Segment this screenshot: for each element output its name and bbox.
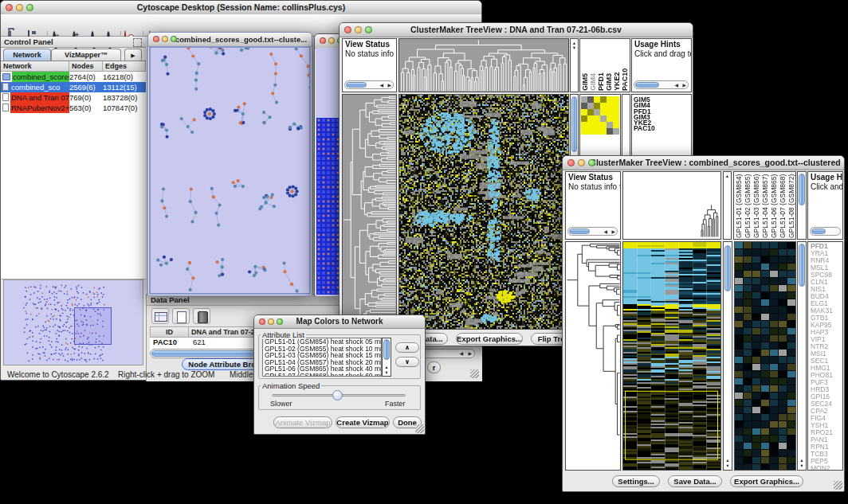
- scroll-up-icon[interactable]: ▲: [724, 458, 732, 463]
- scroll-right-icon[interactable]: ▶: [682, 81, 686, 89]
- scroll-down-icon[interactable]: ▼: [383, 370, 391, 375]
- scroll-right-icon[interactable]: ▶: [611, 228, 615, 236]
- column-dendrogram-panel[interactable]: [398, 38, 569, 92]
- birds-eye-view[interactable]: [3, 279, 143, 365]
- zoom-window-icon[interactable]: [588, 159, 595, 166]
- zoom-window-icon[interactable]: [365, 26, 372, 33]
- zoom-heatmap-canvas[interactable]: [735, 242, 795, 470]
- column-dendrogram-panel[interactable]: [622, 171, 721, 240]
- scroll-down-icon[interactable]: ▼: [571, 45, 578, 50]
- main-titlebar[interactable]: Cytoscape Desktop (Session Name: collins…: [1, 1, 481, 15]
- row-dendrogram-canvas[interactable]: [343, 95, 396, 329]
- close-icon[interactable]: [567, 159, 575, 166]
- zoom-window-icon[interactable]: [171, 36, 177, 42]
- float-panel-icon[interactable]: [133, 38, 142, 47]
- hidden-button-fragment[interactable]: r: [427, 361, 441, 373]
- treeview1-titlebar[interactable]: ClusterMaker TreeView : DNA and Tran 07-…: [340, 23, 693, 37]
- tab-vizmapper[interactable]: VizMapper™: [51, 49, 121, 61]
- network-table-header[interactable]: Network Nodes Edges: [1, 61, 146, 72]
- scroll-down-icon[interactable]: ▼: [724, 463, 732, 468]
- global-vscrollbar[interactable]: ▲ ▼: [723, 241, 732, 471]
- column-labels-vsc rollbar[interactable]: [797, 171, 807, 240]
- minimize-icon[interactable]: [355, 26, 362, 33]
- resize-grip[interactable]: [415, 424, 424, 433]
- scroll-down-icon[interactable]: ▼: [798, 463, 806, 468]
- id-column-header[interactable]: ID: [151, 327, 189, 337]
- network-row[interactable]: combined_sco 2569(6) 13112(15): [1, 82, 146, 92]
- create-vizmap-button[interactable]: Create Vizmap: [336, 416, 390, 428]
- delete-attribute-icon[interactable]: [193, 308, 210, 324]
- zoom-vscrollbar[interactable]: ▲ ▼: [797, 241, 807, 471]
- birds-eye-canvas[interactable]: [4, 280, 143, 365]
- slider-thumb[interactable]: [332, 390, 343, 400]
- save-data-button[interactable]: Save Data...: [668, 475, 722, 487]
- scroll-up-icon[interactable]: ▲: [724, 174, 731, 178]
- resize-grip[interactable]: [834, 481, 842, 490]
- attribute-select-icon[interactable]: [151, 308, 169, 324]
- scroll-right-icon[interactable]: ▶: [387, 81, 391, 89]
- column-scroll-strip[interactable]: ▲ ▼: [570, 38, 579, 92]
- heatmap-canvas[interactable]: [399, 95, 568, 329]
- scroll-left-icon[interactable]: ◀: [603, 228, 607, 236]
- tab-network[interactable]: Network: [3, 49, 51, 61]
- new-attribute-icon[interactable]: [172, 308, 190, 324]
- control-panel-header: Control Panel: [1, 37, 146, 48]
- usage-hints-scrollbar[interactable]: [810, 227, 841, 236]
- network-icon: [2, 73, 10, 80]
- minimize-icon[interactable]: [162, 36, 168, 42]
- heatmap-panel[interactable]: [398, 94, 569, 330]
- zoom-window-icon[interactable]: [26, 4, 33, 11]
- zoom-window-icon[interactable]: [277, 318, 283, 325]
- move-down-button[interactable]: ∨: [395, 357, 419, 367]
- close-icon[interactable]: [153, 36, 159, 42]
- network-view-2-titlebar[interactable]: [315, 34, 342, 49]
- scroll-left-icon[interactable]: ◀: [459, 350, 463, 357]
- column-dendrogram-canvas[interactable]: [623, 172, 720, 239]
- network-row[interactable]: RNAPuberNov2+[ 563(0) 107847(0): [1, 103, 146, 113]
- attribute-list-item[interactable]: GPL51-07 (GSM868) heat shock 60 min: [263, 373, 381, 377]
- close-icon[interactable]: [320, 37, 326, 44]
- export-graphics-button[interactable]: Export Graphics...: [456, 333, 523, 345]
- column-labels-panel[interactable]: GIM5GIM4PFD1GIM3YKE2PAC10: [579, 38, 630, 92]
- network-row[interactable]: combined_scores 2764(0) 16218(0): [1, 72, 146, 82]
- export-graphics-button[interactable]: Export Graphics...: [730, 475, 803, 487]
- column-labels-panel[interactable]: GPL51-01 (GSM854)GPL51-02 (GSM855)GPL51-…: [733, 171, 796, 240]
- attribute-list[interactable]: GPL51-01 (GSM854) heat shock 05 minGPL51…: [262, 338, 382, 377]
- zoom-matrix-canvas[interactable]: [581, 96, 619, 135]
- animate-vizmap-button[interactable]: Animate Vizmap: [273, 416, 332, 428]
- close-icon[interactable]: [6, 4, 13, 11]
- row-dendrogram-canvas[interactable]: [566, 242, 620, 470]
- row-dendrogram-panel[interactable]: [565, 241, 621, 471]
- network-row[interactable]: DNA and Tran 07 769(0) 183728(0): [1, 92, 146, 103]
- minimize-icon[interactable]: [268, 318, 274, 325]
- usage-hints-scrollbar[interactable]: ◀ ▶: [634, 80, 689, 89]
- scroll-right-icon[interactable]: ▶: [468, 350, 472, 357]
- column-scroll-strip[interactable]: ▲: [723, 171, 732, 240]
- scroll-up-icon[interactable]: ▲: [383, 365, 391, 369]
- treeview2-titlebar[interactable]: ClusterMaker TreeView : combined_scores_…: [563, 156, 844, 170]
- resize-grip[interactable]: [470, 369, 479, 378]
- zoom-heatmap-panel[interactable]: [734, 241, 796, 471]
- settings-button[interactable]: Settings...: [612, 475, 660, 487]
- minimize-icon[interactable]: [578, 159, 585, 166]
- scroll-up-icon[interactable]: ▲: [798, 458, 806, 463]
- scroll-left-icon[interactable]: ◀: [674, 81, 678, 89]
- view-status-scrollbar[interactable]: ◀ ▶: [567, 227, 618, 236]
- global-heatmap-canvas[interactable]: [623, 242, 720, 470]
- minimize-icon[interactable]: [328, 37, 335, 44]
- close-icon[interactable]: [259, 318, 265, 325]
- row-labels-panel[interactable]: PFD1YRA1RNR4MSL1SPC98CLN1NIS1BUD4ELG1MAK…: [807, 241, 843, 471]
- move-up-button[interactable]: ∧: [395, 342, 419, 353]
- network-canvas[interactable]: [151, 48, 309, 293]
- column-dendrogram-canvas[interactable]: [399, 39, 568, 92]
- attribute-list-scrollbar[interactable]: ▲ ▼: [382, 338, 391, 377]
- tab-overflow-icon[interactable]: ▶: [124, 49, 142, 61]
- scroll-left-icon[interactable]: ◀: [379, 81, 383, 89]
- dialog-titlebar[interactable]: Map Colors to Network: [254, 315, 425, 329]
- close-icon[interactable]: [344, 26, 351, 33]
- row-dendrogram-panel[interactable]: [342, 94, 397, 330]
- global-heatmap-panel[interactable]: [622, 241, 721, 471]
- network-view-titlebar[interactable]: combined_scores_good.txt--cluste...: [148, 33, 312, 47]
- minimize-icon[interactable]: [16, 4, 23, 11]
- view-status-scrollbar[interactable]: ◀ ▶: [344, 80, 394, 89]
